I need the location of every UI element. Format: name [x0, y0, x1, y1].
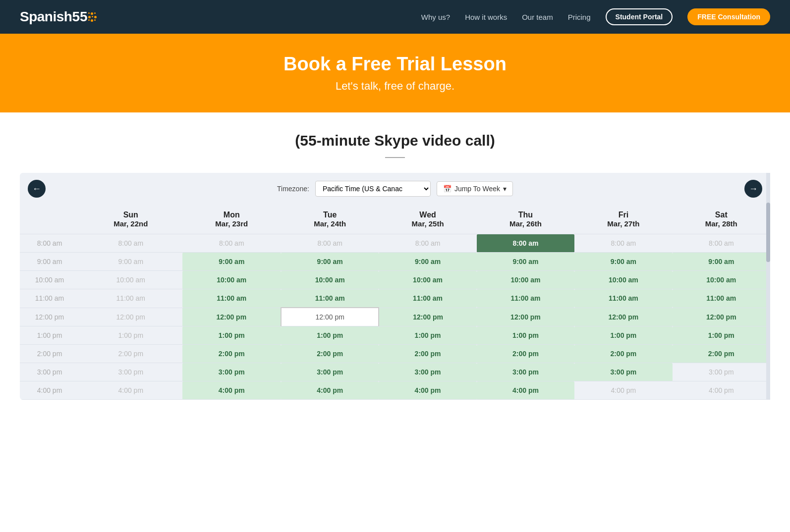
divider: [385, 157, 405, 158]
time-slot[interactable]: 10:00 am: [182, 271, 281, 289]
nav-pricing[interactable]: Pricing: [568, 13, 591, 21]
time-slot[interactable]: 1:00 pm: [379, 326, 476, 345]
logo-text: Spanish: [20, 9, 72, 25]
time-slot[interactable]: 11:00 am: [574, 289, 672, 308]
time-slot[interactable]: 9:00 am: [477, 253, 574, 271]
time-slot[interactable]: 1:00 pm: [477, 326, 574, 345]
time-slot[interactable]: 2:00 pm: [182, 345, 281, 363]
time-label: 12:00 pm: [20, 308, 79, 326]
time-slot[interactable]: 2:00 pm: [281, 345, 379, 363]
time-slot[interactable]: 3:00 pm: [281, 363, 379, 381]
time-slot[interactable]: 10:00 am: [379, 271, 476, 289]
time-slot[interactable]: 2:00 pm: [477, 345, 574, 363]
time-slot[interactable]: 3:00 pm: [379, 363, 476, 381]
time-label: 10:00 am: [20, 271, 79, 289]
time-slot[interactable]: 11:00 am: [281, 289, 379, 308]
table-row: 10:00 am10:00 am10:00 am10:00 am10:00 am…: [20, 271, 770, 289]
time-slot[interactable]: 12:00 pm: [574, 308, 672, 326]
time-slot: 2:00 pm: [79, 345, 182, 363]
time-slot[interactable]: 10:00 am: [673, 271, 770, 289]
time-slot: 4:00 pm: [79, 381, 182, 400]
time-slot[interactable]: 11:00 am: [182, 289, 281, 308]
table-row: 2:00 pm2:00 pm2:00 pm2:00 pm2:00 pm2:00 …: [20, 345, 770, 363]
time-slot[interactable]: 12:00 pm: [182, 308, 281, 326]
time-slot[interactable]: 1:00 pm: [574, 326, 672, 345]
prev-week-button[interactable]: ←: [28, 180, 46, 198]
time-slot: 1:00 pm: [79, 326, 182, 345]
timezone-select[interactable]: Pacific Time (US & Canac Eastern Time (U…: [315, 181, 431, 197]
time-slot[interactable]: 9:00 am: [182, 253, 281, 271]
skype-title: (55-minute Skype video call): [20, 132, 770, 149]
time-slot[interactable]: 10:00 am: [281, 271, 379, 289]
time-slot[interactable]: 3:00 pm: [574, 363, 672, 381]
time-slot[interactable]: 9:00 am: [673, 253, 770, 271]
time-slot[interactable]: 1:00 pm: [182, 326, 281, 345]
logo-dots-decoration: [88, 12, 97, 22]
time-label: 9:00 am: [20, 253, 79, 271]
time-slot[interactable]: 8:00 am: [477, 234, 574, 253]
time-slot[interactable]: 9:00 am: [574, 253, 672, 271]
day-header-thu: Thu Mar, 26th: [477, 205, 574, 234]
time-slot: 3:00 pm: [79, 363, 182, 381]
time-column-header: [20, 205, 79, 234]
time-slot[interactable]: 11:00 am: [379, 289, 476, 308]
day-header-wed: Wed Mar, 25th: [379, 205, 476, 234]
navbar: Spanish 55 Why us? How it works Our team…: [0, 0, 790, 34]
time-slot[interactable]: 12:00 pm: [673, 308, 770, 326]
scheduler: ← Timezone: Pacific Time (US & Canac Eas…: [20, 173, 770, 400]
time-slot[interactable]: 3:00 pm: [182, 363, 281, 381]
hero-banner: Book a Free Trial Lesson Let's talk, fre…: [0, 34, 790, 112]
jump-to-week-button[interactable]: 📅 Jump To Week ▾: [437, 181, 513, 196]
hero-subtitle: Let's talk, free of charge.: [10, 80, 780, 93]
time-slot[interactable]: 11:00 am: [477, 289, 574, 308]
calendar-icon: 📅: [443, 185, 451, 193]
time-slot[interactable]: 12:00 pm: [281, 308, 379, 326]
day-header-sun: Sun Mar, 22nd: [79, 205, 182, 234]
time-slot: 12:00 pm: [79, 308, 182, 326]
time-label: 3:00 pm: [20, 363, 79, 381]
time-slot[interactable]: 11:00 am: [673, 289, 770, 308]
time-slot[interactable]: 3:00 pm: [477, 363, 574, 381]
scrollbar-track[interactable]: [766, 173, 770, 400]
day-header-tue: Tue Mar, 24th: [281, 205, 379, 234]
time-slot: 8:00 am: [379, 234, 476, 253]
time-slot[interactable]: 9:00 am: [379, 253, 476, 271]
time-slot[interactable]: 12:00 pm: [477, 308, 574, 326]
time-slot[interactable]: 4:00 pm: [182, 381, 281, 400]
time-slot: 10:00 am: [79, 271, 182, 289]
student-portal-button[interactable]: Student Portal: [606, 8, 673, 25]
scheduler-header: ← Timezone: Pacific Time (US & Canac Eas…: [20, 173, 770, 205]
day-header-fri: Fri Mar, 27th: [574, 205, 672, 234]
time-slot[interactable]: 2:00 pm: [574, 345, 672, 363]
time-slot[interactable]: 4:00 pm: [379, 381, 476, 400]
nav-our-team[interactable]: Our team: [522, 13, 553, 21]
timezone-label: Timezone:: [277, 185, 309, 193]
time-slot: 8:00 am: [673, 234, 770, 253]
time-slot: 9:00 am: [79, 253, 182, 271]
table-row: 3:00 pm3:00 pm3:00 pm3:00 pm3:00 pm3:00 …: [20, 363, 770, 381]
time-slot[interactable]: 12:00 pm: [379, 308, 476, 326]
scrollbar-thumb[interactable]: [766, 203, 770, 262]
day-header-mon: Mon Mar, 23rd: [182, 205, 281, 234]
time-slot: 4:00 pm: [673, 381, 770, 400]
time-slot[interactable]: 2:00 pm: [673, 345, 770, 363]
time-slot[interactable]: 4:00 pm: [477, 381, 574, 400]
scheduler-wrapper: ← Timezone: Pacific Time (US & Canac Eas…: [20, 173, 770, 400]
table-row: 11:00 am11:00 am11:00 am11:00 am11:00 am…: [20, 289, 770, 308]
logo-number: 55: [72, 9, 87, 25]
time-slot[interactable]: 9:00 am: [281, 253, 379, 271]
nav-how-it-works[interactable]: How it works: [465, 13, 507, 21]
logo[interactable]: Spanish 55: [20, 9, 97, 25]
free-consultation-button[interactable]: FREE Consultation: [687, 8, 770, 25]
time-slot[interactable]: 10:00 am: [574, 271, 672, 289]
time-slot[interactable]: 10:00 am: [477, 271, 574, 289]
time-slot[interactable]: 1:00 pm: [281, 326, 379, 345]
next-week-button[interactable]: →: [744, 180, 762, 198]
time-label: 11:00 am: [20, 289, 79, 308]
time-slot[interactable]: 2:00 pm: [379, 345, 476, 363]
hero-title: Book a Free Trial Lesson: [10, 53, 780, 75]
nav-why-us[interactable]: Why us?: [421, 13, 450, 21]
time-slot: 4:00 pm: [574, 381, 672, 400]
time-slot[interactable]: 4:00 pm: [281, 381, 379, 400]
time-slot[interactable]: 1:00 pm: [673, 326, 770, 345]
